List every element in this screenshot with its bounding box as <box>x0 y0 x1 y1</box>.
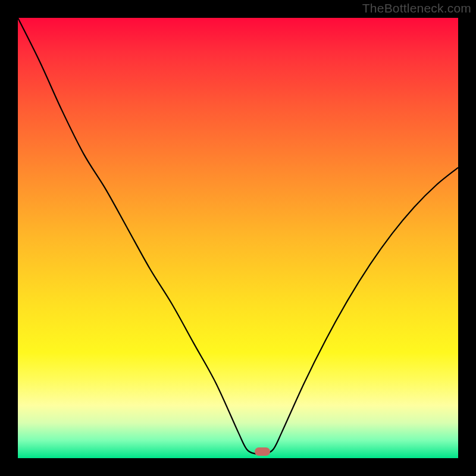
plot-area <box>18 18 458 458</box>
watermark-text: TheBottleneck.com <box>362 1 471 15</box>
chart-frame: TheBottleneck.com <box>0 0 476 476</box>
bottleneck-curve <box>18 18 458 458</box>
minimum-marker <box>255 447 270 456</box>
